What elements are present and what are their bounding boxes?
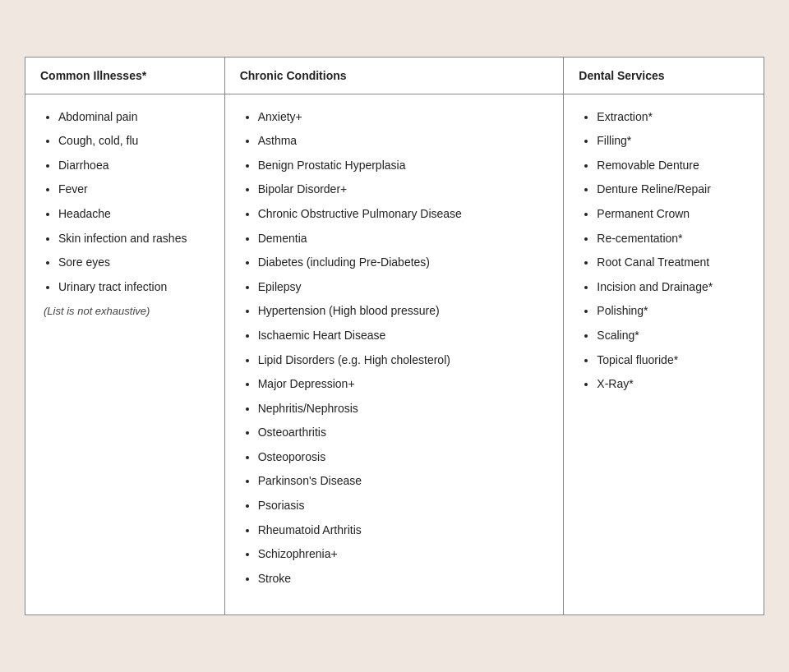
list-item: X-Ray* xyxy=(597,376,749,393)
list-item: Root Canal Treatment xyxy=(597,255,749,271)
list-note: (List is not exhaustive) xyxy=(40,305,210,317)
list-item: Permanent Crown xyxy=(597,206,749,223)
page-wrapper: Common Illnesses* Chronic Conditions Den… xyxy=(0,0,789,672)
list-item: Diabetes (including Pre-Diabetes) xyxy=(258,255,549,271)
column-chronic-conditions: Anxiety+ Asthma Benign Prostatic Hyperpl… xyxy=(225,94,565,615)
list-item: Psoriasis xyxy=(258,498,549,514)
list-item: Scaling* xyxy=(597,328,749,344)
list-item: Benign Prostatic Hyperplasia xyxy=(258,158,549,174)
list-item: Skin infection and rashes xyxy=(58,231,210,247)
list-item: Anxiety+ xyxy=(258,109,549,126)
list-item: Osteoarthritis xyxy=(258,425,549,441)
column-common-illnesses: Abdominal pain Cough, cold, flu Diarrhoe… xyxy=(25,94,225,615)
list-item: Major Depression+ xyxy=(258,376,549,393)
list-item: Ischaemic Heart Disease xyxy=(258,328,549,344)
list-item: Removable Denture xyxy=(597,158,749,174)
list-item: Rheumatoid Arthritis xyxy=(258,522,549,539)
list-item: Diarrhoea xyxy=(58,158,210,174)
list-item: Nephritis/Nephrosis xyxy=(258,401,549,417)
list-item: Chronic Obstructive Pulmonary Disease xyxy=(258,206,549,223)
list-item: Asthma xyxy=(258,133,549,150)
list-item: Urinary tract infection xyxy=(58,279,210,296)
list-item: Headache xyxy=(58,206,210,223)
list-item: Topical fluoride* xyxy=(597,352,749,369)
list-item: Re-cementation* xyxy=(597,231,749,247)
list-item: Fever xyxy=(58,182,210,198)
list-item: Denture Reline/Repair xyxy=(597,182,749,198)
list-item: Incision and Drainage* xyxy=(597,279,749,296)
table-body: Abdominal pain Cough, cold, flu Diarrhoe… xyxy=(25,94,764,615)
chronic-conditions-list: Anxiety+ Asthma Benign Prostatic Hyperpl… xyxy=(240,109,549,587)
list-item: Stroke xyxy=(258,571,549,587)
list-item: Lipid Disorders (e.g. High cholesterol) xyxy=(258,352,549,369)
list-item: Filling* xyxy=(597,133,749,150)
column-dental-services: Extraction* Filling* Removable Denture D… xyxy=(564,94,764,615)
common-illnesses-list: Abdominal pain Cough, cold, flu Diarrhoe… xyxy=(40,109,210,296)
list-item: Cough, cold, flu xyxy=(58,133,210,150)
dental-services-list: Extraction* Filling* Removable Denture D… xyxy=(579,109,749,393)
list-item: Parkinson's Disease xyxy=(258,473,549,490)
list-item: Osteoporosis xyxy=(258,449,549,466)
list-item: Epilepsy xyxy=(258,279,549,296)
list-item: Abdominal pain xyxy=(58,109,210,126)
table-header: Common Illnesses* Chronic Conditions Den… xyxy=(25,58,764,94)
header-dental-services: Dental Services xyxy=(564,58,764,94)
list-item: Schizophrenia+ xyxy=(258,546,549,563)
header-common-illnesses: Common Illnesses* xyxy=(25,58,225,94)
list-item: Bipolar Disorder+ xyxy=(258,182,549,198)
list-item: Hypertension (High blood pressure) xyxy=(258,303,549,320)
list-item: Dementia xyxy=(258,231,549,247)
list-item: Sore eyes xyxy=(58,255,210,271)
header-chronic-conditions: Chronic Conditions xyxy=(225,58,565,94)
list-item: Polishing* xyxy=(597,303,749,320)
list-item: Extraction* xyxy=(597,109,749,126)
services-table: Common Illnesses* Chronic Conditions Den… xyxy=(25,57,764,616)
